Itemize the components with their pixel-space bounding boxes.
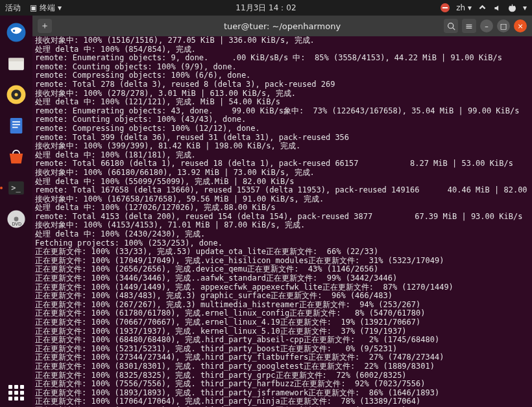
minimize-button[interactable]: –	[480, 19, 493, 32]
search-button[interactable]	[444, 19, 458, 33]
terminal-output[interactable]: 接收对象中: 100% (1516/1516), 277.05 KiB | 33…	[32, 36, 532, 407]
close-button[interactable]: ×	[514, 19, 527, 32]
svg-point-16	[448, 23, 453, 28]
dock-item-terminal[interactable]: >_	[3, 175, 29, 201]
svg-point-6	[14, 93, 18, 96]
power-icon[interactable]	[508, 4, 516, 12]
app-menu[interactable]: ▣ 终端 ▾	[30, 3, 62, 14]
notification-icon[interactable]	[441, 3, 450, 12]
terminal-window: ＋ tuer@tuer: ~/openharmony ≡ – □ × 接收对象中…	[32, 16, 532, 407]
dock-item-disc[interactable]: DVD	[3, 206, 29, 232]
svg-text:>_: >_	[11, 183, 21, 192]
volume-icon[interactable]	[493, 4, 502, 12]
system-menu-caret[interactable]: ▾	[523, 3, 527, 12]
ubuntu-dock: >_ DVD	[0, 16, 32, 407]
clock[interactable]: 11月3日 14：02	[236, 3, 296, 14]
svg-point-1	[13, 30, 15, 32]
dock-item-thunderbird[interactable]	[3, 19, 29, 45]
svg-line-17	[452, 27, 454, 29]
svg-point-14	[14, 217, 19, 222]
svg-rect-7	[10, 118, 23, 134]
maximize-button[interactable]: □	[497, 19, 510, 32]
window-title: tuer@tuer: ~/openharmony	[224, 21, 341, 31]
input-method-indicator[interactable]: zh ▾	[456, 3, 472, 12]
hamburger-menu-button[interactable]: ≡	[462, 19, 476, 33]
svg-text:DVD: DVD	[12, 222, 21, 227]
svg-rect-9	[12, 124, 20, 125]
svg-rect-3	[8, 58, 24, 62]
dock-item-document[interactable]	[3, 113, 29, 139]
gnome-topbar: 活动 ▣ 终端 ▾ 11月3日 14：02 zh ▾ ▾	[0, 0, 532, 16]
svg-rect-10	[12, 127, 18, 128]
activities-button[interactable]: 活动	[5, 3, 21, 14]
dock-item-files[interactable]	[3, 51, 29, 76]
dock-item-rhythmbox[interactable]	[3, 82, 29, 108]
show-applications-button[interactable]	[8, 385, 24, 401]
titlebar: ＋ tuer@tuer: ~/openharmony ≡ – □ ×	[32, 16, 532, 36]
new-tab-button[interactable]: ＋	[38, 19, 52, 33]
svg-rect-8	[12, 121, 20, 122]
network-icon[interactable]	[478, 4, 487, 12]
dock-item-software[interactable]	[3, 144, 29, 170]
